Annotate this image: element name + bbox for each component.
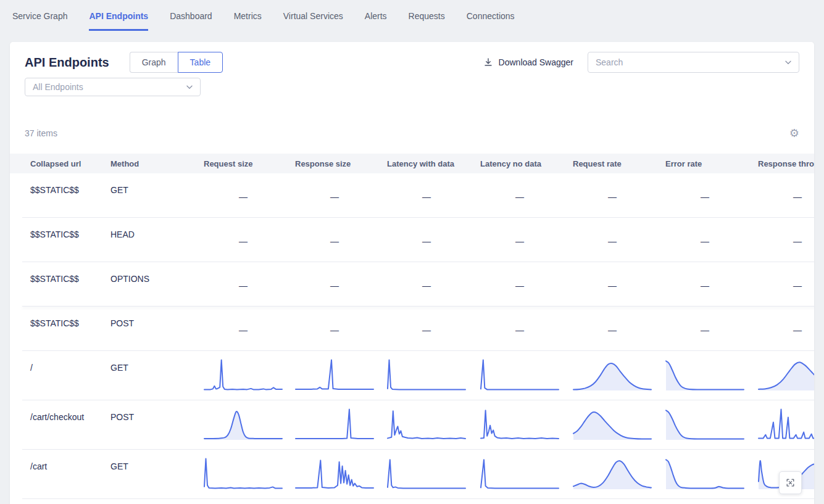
table-row-get[interactable]: /GET	[10, 351, 814, 400]
cell-empty-metric: —	[480, 218, 573, 262]
cell-empty-metric: —	[665, 307, 758, 351]
sparkline-response_size	[295, 357, 374, 392]
cell-empty-metric: —	[758, 173, 814, 218]
empty-value-dash: —	[387, 318, 466, 335]
chevron-down-icon	[186, 85, 193, 89]
empty-value-dash: —	[480, 274, 559, 291]
sparkline-response_size	[295, 455, 374, 491]
cell-empty-metric: —	[387, 173, 480, 218]
sparkline-error_rate	[665, 455, 744, 491]
empty-value-dash: —	[758, 229, 814, 246]
column-header-response-size[interactable]: Response size	[295, 159, 387, 168]
cell-collapsed-url: /	[30, 351, 110, 400]
sparkline-response_size	[295, 406, 374, 442]
table-row-cart-checkout-post[interactable]: /cart/checkoutPOST	[10, 400, 814, 450]
expand-button[interactable]	[779, 471, 802, 494]
table-row-static-head[interactable]: $$STATIC$$HEAD———————	[10, 218, 814, 262]
cell-method: GET	[110, 351, 204, 400]
empty-value-dash: —	[665, 185, 744, 202]
empty-value-dash: —	[295, 274, 374, 291]
search-placeholder: Search	[596, 57, 623, 67]
search-input[interactable]: Search	[588, 52, 799, 73]
column-header-request-rate[interactable]: Request rate	[573, 159, 665, 168]
cell-empty-metric: —	[295, 262, 387, 307]
cell-latency_no_data	[480, 351, 573, 400]
sparkline-latency_with_data	[387, 455, 466, 491]
empty-value-dash: —	[480, 185, 559, 202]
table-row-static-options[interactable]: $$STATIC$$OPTIONS———————	[10, 262, 814, 307]
cell-empty-metric: —	[387, 307, 480, 351]
table-row-static-post[interactable]: $$STATIC$$POST———————	[10, 307, 814, 351]
cell-response_size	[295, 351, 387, 400]
empty-value-dash: —	[758, 318, 814, 335]
empty-value-dash: —	[665, 229, 744, 246]
cell-empty-metric: —	[295, 173, 387, 218]
cell-empty-metric: —	[480, 173, 573, 218]
empty-value-dash: —	[387, 274, 466, 291]
cell-latency_with_data	[387, 450, 480, 499]
empty-value-dash: —	[758, 185, 814, 202]
cell-empty-metric: —	[573, 173, 665, 218]
cell-request_rate	[573, 450, 665, 499]
sparkline-error_rate	[665, 357, 744, 392]
cell-collapsed-url: $$STATIC$$	[30, 307, 110, 351]
empty-value-dash: —	[480, 229, 559, 246]
column-header-error-rate[interactable]: Error rate	[665, 159, 758, 168]
cell-request_size	[204, 351, 295, 400]
column-header-request-size[interactable]: Request size	[204, 159, 295, 168]
sparkline-request_size	[204, 455, 283, 491]
cell-response_throughput	[758, 351, 814, 400]
download-swagger-button[interactable]: Download Swagger	[483, 57, 573, 67]
cell-response_size	[295, 400, 387, 450]
empty-value-dash: —	[204, 318, 283, 335]
sparkline-request_rate	[573, 357, 652, 392]
cell-empty-metric: —	[758, 262, 814, 307]
tab-dashboard[interactable]: Dashboard	[170, 10, 212, 31]
tab-api-endpoints[interactable]: API Endpoints	[89, 10, 148, 31]
tab-requests[interactable]: Requests	[409, 10, 445, 31]
empty-value-dash: —	[573, 318, 652, 335]
column-header-method[interactable]: Method	[110, 159, 204, 168]
table-row-static-get[interactable]: $$STATIC$$GET———————	[10, 173, 814, 218]
sparkline-request_rate	[573, 455, 652, 491]
table-settings-gear-icon[interactable]: ⚙	[789, 128, 799, 139]
filter-row: All Endpoints	[10, 73, 814, 96]
cell-request_rate	[573, 351, 665, 400]
cell-empty-metric: —	[573, 218, 665, 262]
cell-collapsed-url: /cart	[30, 450, 110, 499]
cell-empty-metric: —	[480, 307, 573, 351]
column-header-response-throughput[interactable]: Response throughput	[758, 159, 814, 168]
cell-latency_no_data	[480, 450, 573, 499]
empty-value-dash: —	[573, 274, 652, 291]
column-header-latency-with-data[interactable]: Latency with data	[387, 159, 480, 168]
table-body: $$STATIC$$GET———————$$STATIC$$HEAD——————…	[10, 173, 814, 499]
cell-method: POST	[110, 307, 204, 351]
table-row-cart-get[interactable]: /cartGET	[10, 450, 814, 499]
sparkline-request_rate	[573, 406, 652, 442]
cell-empty-metric: —	[758, 218, 814, 262]
empty-value-dash: —	[387, 229, 466, 246]
tab-virtual-services[interactable]: Virtual Services	[283, 10, 343, 31]
sparkline-response_throughput	[758, 406, 814, 442]
cell-method: POST	[110, 400, 204, 450]
sparkline-latency_no_data	[480, 406, 559, 442]
tab-connections[interactable]: Connections	[467, 10, 515, 31]
cell-error_rate	[665, 400, 758, 450]
empty-value-dash: —	[295, 229, 374, 246]
column-header-latency-no-data[interactable]: Latency no data	[480, 159, 573, 168]
table-header-row: Collapsed urlMethodRequest sizeResponse …	[10, 154, 814, 173]
tab-metrics[interactable]: Metrics	[234, 10, 262, 31]
endpoints-table: Collapsed urlMethodRequest sizeResponse …	[10, 154, 814, 499]
column-header-collapsed-url[interactable]: Collapsed url	[30, 159, 110, 168]
table-view-button[interactable]: Table	[178, 52, 223, 73]
cell-empty-metric: —	[573, 262, 665, 307]
chevron-down-icon	[785, 60, 791, 65]
cell-method: OPTIONS	[110, 262, 204, 307]
cell-method: GET	[110, 173, 204, 218]
table-meta-row: 37 items ⚙	[10, 96, 814, 139]
cell-response_throughput	[758, 400, 814, 450]
graph-view-button[interactable]: Graph	[130, 52, 178, 73]
tab-alerts[interactable]: Alerts	[365, 10, 387, 31]
endpoint-filter-select[interactable]: All Endpoints	[25, 78, 201, 96]
tab-service-graph[interactable]: Service Graph	[12, 10, 67, 31]
